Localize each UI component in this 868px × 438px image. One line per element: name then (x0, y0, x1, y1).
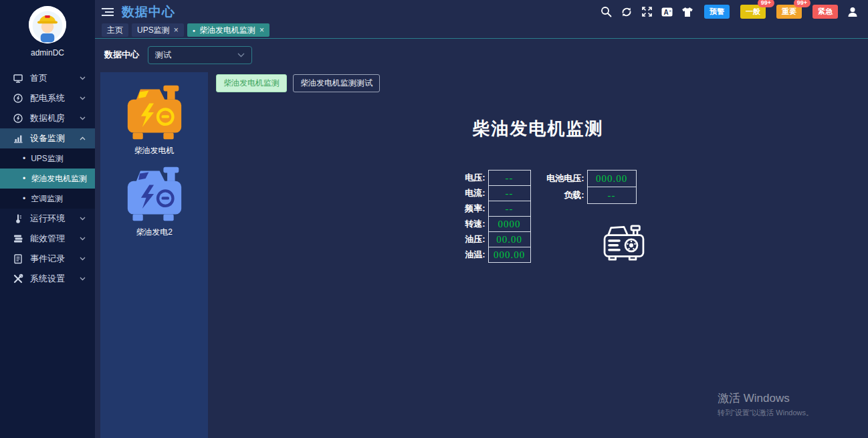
metric-value-box: 0000 (488, 216, 531, 232)
windows-activation-watermark: 激活 Windows 转到“设置”以激活 Windows。 (718, 391, 813, 418)
sidebar-subitem-diesel[interactable]: 柴油发电机监测 (0, 169, 95, 189)
sidebar-subitem-ups[interactable]: UPS监测 (0, 148, 95, 169)
chevron-up-icon (80, 136, 86, 140)
metric-value-box: -- (587, 187, 637, 204)
device-chart-icon (13, 133, 23, 144)
generator-icon (122, 83, 187, 142)
filter-row: 数据中心 测试 (95, 39, 868, 70)
chevron-down-icon (80, 277, 86, 281)
worker-avatar-icon (29, 6, 66, 43)
menu-fold-icon[interactable] (102, 7, 114, 17)
generator-icon (122, 165, 187, 223)
app-window: adminDC 首页 配电系统 数据机房 (0, 0, 868, 438)
metric-value-box: 000.00 (488, 247, 531, 263)
metrics-left-column: 电压: -- 电流: -- 频率: -- 转速: 0000 (451, 170, 531, 263)
sidebar-item-power-distribution[interactable]: 配电系统 (0, 88, 95, 108)
content-area: 数据中心 测试 (95, 39, 868, 438)
sidebar-item-server-room[interactable]: 数据机房 (0, 108, 95, 128)
svg-text:A: A (663, 9, 668, 16)
sidebar-item-label: 首页 (30, 72, 47, 84)
sidebar-item-environment[interactable]: 运行环境 (0, 209, 95, 229)
metric-row-current: 电流: -- (451, 185, 531, 201)
fullscreen-icon[interactable] (641, 6, 653, 17)
datacenter-select[interactable]: 测试 (148, 46, 252, 64)
theme-icon[interactable] (681, 7, 693, 17)
page-title: 数据中心 (122, 3, 175, 21)
topbar-actions: Ax 预警 一般 99+ 重要 99+ 紧急 (601, 5, 859, 19)
selected-value: 测试 (155, 49, 171, 61)
tab-home[interactable]: 主页 (102, 23, 128, 37)
event-log-icon (13, 253, 23, 264)
alert-badge: 99+ (758, 0, 774, 7)
username: adminDC (0, 48, 95, 58)
sidebar-item-label: 事件记录 (30, 253, 65, 265)
sidebar-nav: 首页 配电系统 数据机房 设备监测 (0, 68, 95, 289)
alert-button-urgent[interactable]: 紧急 (812, 5, 838, 19)
metric-value-box: -- (488, 201, 531, 217)
metric-row-load: 负载: -- (536, 187, 647, 204)
server-room-icon (13, 113, 23, 124)
metric-value-box: -- (488, 170, 531, 186)
device-label: 柴油发电机 (134, 145, 175, 156)
device-card-diesel-2[interactable]: 柴油发电2 (122, 165, 187, 238)
refresh-icon[interactable] (621, 6, 633, 18)
close-icon[interactable]: × (259, 26, 264, 34)
chevron-down-icon (80, 116, 86, 120)
svg-text:x: x (669, 8, 671, 12)
chevron-down-icon (80, 257, 86, 261)
sidebar-item-device-monitor[interactable]: 设备监测 (0, 128, 95, 148)
metrics-right-column: 电池电压: 000.00 负载: -- (536, 170, 647, 263)
metric-row-voltage: 电压: -- (451, 170, 531, 186)
active-dot-icon: ● (193, 28, 195, 33)
datacenter-label: 数据中心 (104, 49, 139, 61)
device-list-panel: 柴油发电机 柴油发电2 (100, 72, 208, 438)
sidebar-item-home[interactable]: 首页 (0, 68, 95, 88)
metrics-panel: 电压: -- 电流: -- 频率: -- 转速: 0000 (219, 170, 868, 263)
sidebar-item-label: 运行环境 (30, 213, 65, 225)
tab-bar: 主页 UPS监测 × ● 柴油发电机监测 × (95, 23, 868, 39)
metric-value-box: 000.00 (587, 170, 637, 187)
metric-value-box: 00.00 (488, 231, 531, 247)
sidebar-item-label: 数据机房 (30, 112, 65, 124)
device-tab-diesel-monitor-test[interactable]: 柴油发电机监测测试 (293, 74, 380, 92)
monitor-title: 柴油发电机监测 (208, 117, 868, 140)
search-icon[interactable] (601, 6, 612, 17)
chevron-down-icon (80, 217, 86, 221)
metric-row-battery-voltage: 电池电压: 000.00 (536, 170, 647, 187)
metric-value-box: -- (488, 185, 531, 201)
sidebar-item-energy[interactable]: 能效管理 (0, 229, 95, 249)
sidebar-item-label: 能效管理 (30, 233, 65, 245)
chevron-down-icon (237, 53, 245, 58)
translate-icon[interactable]: Ax (661, 7, 673, 17)
chevron-down-icon (80, 76, 86, 80)
sidebar-item-label: 设备监测 (30, 132, 65, 144)
sidebar: adminDC 首页 配电系统 数据机房 (0, 0, 95, 438)
close-icon[interactable]: × (174, 26, 179, 34)
device-tab-diesel-monitor[interactable]: 柴油发电机监测 (216, 74, 287, 92)
generator-outline-icon (601, 221, 647, 263)
tab-diesel-monitor[interactable]: ● 柴油发电机监测 × (187, 23, 269, 37)
sidebar-item-settings[interactable]: 系统设置 (0, 269, 95, 289)
alert-button-warning[interactable]: 预警 (704, 5, 730, 19)
sidebar-item-label: 配电系统 (30, 92, 65, 104)
avatar[interactable] (29, 6, 66, 43)
environment-icon (13, 213, 23, 224)
sidebar-item-event-log[interactable]: 事件记录 (0, 249, 95, 269)
tab-ups-monitor[interactable]: UPS监测 × (132, 23, 184, 37)
device-card-diesel-1[interactable]: 柴油发电机 (122, 83, 187, 156)
alert-button-important[interactable]: 重要 99+ (776, 5, 802, 19)
device-monitor-submenu: UPS监测 柴油发电机监测 空调监测 (0, 148, 95, 209)
settings-icon (13, 273, 23, 284)
topbar: 数据中心 Ax 预警 一般 99+ (95, 0, 868, 23)
alert-button-general[interactable]: 一般 99+ (740, 5, 766, 19)
sidebar-subitem-aircon[interactable]: 空调监测 (0, 189, 95, 209)
home-monitor-icon (13, 73, 23, 84)
metric-row-oil-pressure: 油压: 00.00 (451, 231, 531, 247)
metric-row-oil-temp: 油温: 000.00 (451, 247, 531, 263)
user-icon[interactable] (847, 6, 859, 18)
device-label: 柴油发电2 (136, 227, 173, 238)
device-tabs: 柴油发电机监测 柴油发电机监测测试 (208, 72, 868, 92)
power-distribution-icon (13, 93, 23, 104)
energy-icon (13, 233, 23, 244)
metric-row-frequency: 频率: -- (451, 201, 531, 217)
